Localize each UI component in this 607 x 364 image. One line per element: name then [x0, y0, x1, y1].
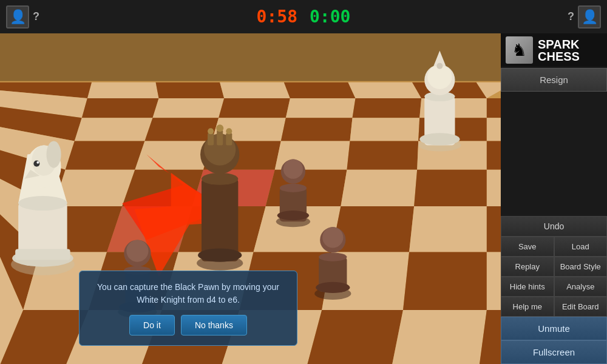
- header-bar: 👤 ? 0:58 0:00 ? 👤: [0, 0, 607, 33]
- svg-marker-39: [341, 170, 417, 206]
- svg-point-88: [202, 173, 238, 185]
- timers: 0:58 0:00: [257, 7, 351, 27]
- svg-marker-17: [487, 98, 501, 118]
- player-right-avatar: 👤: [578, 5, 601, 29]
- svg-marker-15: [353, 98, 422, 118]
- do-it-button[interactable]: Do it: [129, 315, 175, 335]
- save-load-row: Save Load: [501, 237, 607, 257]
- timer-red: 0:58: [257, 7, 297, 27]
- svg-point-108: [322, 227, 343, 248]
- svg-marker-41: [487, 170, 501, 206]
- player-left-name: ?: [33, 10, 39, 23]
- spark-chess-header: ♞ SPARK CHESS: [501, 33, 607, 67]
- svg-marker-2: [87, 83, 159, 98]
- hint-dialog: You can capture the Black Pawn by moving…: [79, 271, 297, 346]
- svg-marker-49: [487, 206, 501, 252]
- replay-boardstyle-row: Replay Board Style: [501, 257, 607, 277]
- replay-button[interactable]: Replay: [501, 257, 554, 277]
- svg-marker-5: [284, 83, 356, 98]
- spark-chess-title: SPARK CHESS: [538, 38, 580, 62]
- load-button[interactable]: Load: [554, 237, 608, 257]
- main-area: You can capture the Black Pawn by moving…: [0, 33, 607, 364]
- hint-buttons: Do it No thanks: [92, 315, 285, 335]
- edit-board-button[interactable]: Edit Board: [554, 297, 608, 317]
- sidebar-spacer: [501, 92, 607, 216]
- svg-point-75: [33, 161, 39, 167]
- spark-text: SPARK: [538, 38, 580, 50]
- svg-marker-4: [220, 83, 290, 98]
- hide-hints-button[interactable]: Hide hints: [501, 277, 554, 297]
- svg-point-109: [316, 282, 350, 293]
- svg-point-100: [280, 184, 307, 192]
- fullscreen-button[interactable]: Fullscreen: [501, 340, 607, 364]
- svg-marker-6: [348, 83, 421, 98]
- svg-marker-3: [156, 83, 225, 98]
- svg-point-106: [319, 253, 347, 261]
- svg-marker-56: [403, 252, 487, 311]
- svg-marker-48: [409, 206, 487, 252]
- undo-button[interactable]: Undo: [501, 216, 607, 237]
- player-right-name: ?: [568, 10, 574, 23]
- svg-marker-12: [153, 98, 225, 118]
- timer-green: 0:00: [310, 7, 350, 27]
- analyse-button[interactable]: Analyse: [554, 277, 608, 297]
- player-right: ? 👤: [350, 5, 607, 29]
- svg-marker-23: [350, 118, 419, 141]
- svg-point-116: [436, 63, 443, 69]
- svg-point-76: [36, 161, 39, 164]
- svg-marker-31: [347, 141, 418, 169]
- unmute-button[interactable]: Unmute: [501, 317, 607, 340]
- svg-marker-19: [75, 118, 153, 141]
- svg-rect-92: [217, 130, 223, 145]
- svg-point-84: [126, 240, 148, 261]
- resign-button[interactable]: Resign: [501, 68, 607, 92]
- svg-point-97: [198, 248, 242, 261]
- chess-horse-icon: ♞: [506, 36, 533, 64]
- no-thanks-button[interactable]: No thanks: [181, 315, 247, 335]
- svg-rect-79: [15, 249, 70, 260]
- svg-marker-40: [414, 170, 487, 206]
- svg-marker-64: [392, 310, 487, 364]
- hints-analyse-row: Hide hints Analyse: [501, 277, 607, 297]
- svg-marker-11: [82, 98, 159, 118]
- player-left-avatar: 👤: [6, 5, 29, 29]
- save-button[interactable]: Save: [501, 237, 554, 257]
- svg-marker-63: [307, 310, 403, 364]
- svg-marker-20: [144, 118, 219, 141]
- svg-point-95: [216, 124, 223, 132]
- svg-point-103: [277, 211, 309, 220]
- board-area: You can capture the Black Pawn by moving…: [0, 33, 501, 364]
- svg-marker-14: [286, 98, 356, 118]
- chess-text: CHESS: [538, 50, 580, 62]
- player-left: 👤 ?: [0, 5, 257, 29]
- sidebar: ♞ SPARK CHESS Resign Undo Save Load Repl…: [501, 33, 607, 364]
- svg-point-77: [46, 141, 61, 167]
- svg-point-96: [226, 128, 232, 134]
- svg-rect-93: [226, 133, 232, 145]
- svg-point-71: [18, 196, 67, 211]
- svg-marker-57: [487, 252, 501, 311]
- svg-marker-27: [66, 141, 145, 169]
- board-style-button[interactable]: Board Style: [554, 257, 608, 277]
- helpme-editboard-row: Help me Edit Board: [501, 297, 607, 317]
- svg-point-102: [283, 160, 303, 179]
- svg-marker-13: [219, 98, 290, 118]
- svg-marker-33: [487, 141, 501, 169]
- help-me-button[interactable]: Help me: [501, 297, 554, 317]
- svg-marker-22: [281, 118, 353, 141]
- svg-rect-91: [208, 133, 214, 145]
- svg-point-94: [208, 128, 214, 134]
- svg-marker-25: [487, 118, 501, 141]
- svg-point-117: [419, 133, 459, 145]
- hint-message: You can capture the Black Pawn by moving…: [92, 281, 285, 306]
